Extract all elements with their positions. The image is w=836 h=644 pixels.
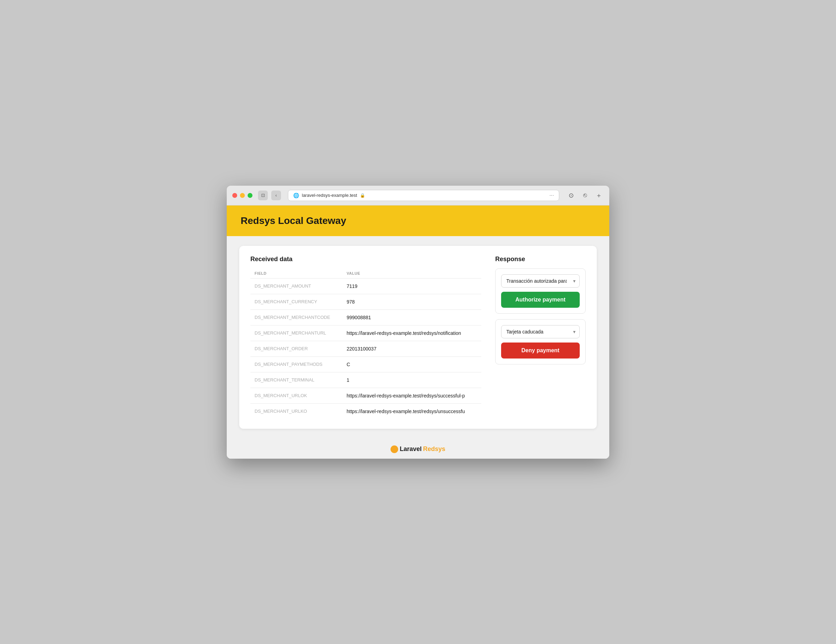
table-row: DS_MERCHANT_PAYMETHODS C <box>250 356 481 372</box>
authorize-box: Transacción autorizada paraTransacción d… <box>495 269 586 314</box>
table-row: DS_MERCHANT_TERMINAL 1 <box>250 372 481 388</box>
value-cell: 7119 <box>343 278 481 294</box>
page-header: Redsys Local Gateway <box>227 205 609 236</box>
more-button[interactable]: ··· <box>549 192 554 199</box>
back-button[interactable]: ‹ <box>271 191 281 200</box>
card-layout: Received data FIELD VALUE DS_MERCHANT_AM… <box>250 256 586 419</box>
authorize-select-wrapper: Transacción autorizada paraTransacción d… <box>501 274 580 288</box>
received-data-title: Received data <box>250 256 481 263</box>
new-tab-button[interactable]: ＋ <box>594 191 604 200</box>
address-bar[interactable]: 🌐 laravel-redsys-example.test 🔒 ··· <box>288 190 559 201</box>
table-row: DS_MERCHANT_MERCHANTURL https://laravel-… <box>250 325 481 341</box>
field-cell: DS_MERCHANT_CURRENCY <box>250 294 343 310</box>
field-cell: DS_MERCHANT_MERCHANTCODE <box>250 310 343 325</box>
laravel-circle-icon <box>390 445 398 453</box>
value-cell: 978 <box>343 294 481 310</box>
authorize-select[interactable]: Transacción autorizada paraTransacción d… <box>501 274 580 288</box>
deny-payment-button[interactable]: Deny payment <box>501 342 580 359</box>
globe-icon: 🌐 <box>293 192 299 198</box>
field-cell: DS_MERCHANT_AMOUNT <box>250 278 343 294</box>
field-cell: DS_MERCHANT_URLOK <box>250 388 343 403</box>
deny-box: Tarjeta caducadaFondos insuficientesTarj… <box>495 319 586 364</box>
field-cell: DS_MERCHANT_URLKO <box>250 403 343 419</box>
browser-actions: ⊙ ⎋ ＋ <box>566 191 604 200</box>
table-row: DS_MERCHANT_URLKO https://laravel-redsys… <box>250 403 481 419</box>
field-cell: DS_MERCHANT_TERMINAL <box>250 372 343 388</box>
close-button[interactable] <box>232 193 237 198</box>
table-row: DS_MERCHANT_URLOK https://laravel-redsys… <box>250 388 481 403</box>
table-row: DS_MERCHANT_ORDER 22013100037 <box>250 341 481 356</box>
field-column-header: FIELD <box>250 269 343 279</box>
minimize-button[interactable] <box>240 193 245 198</box>
page-footer: Laravel Redsys <box>227 440 609 459</box>
browser-window: ⊡ ‹ 🌐 laravel-redsys-example.test 🔒 ··· … <box>227 186 609 459</box>
field-cell: DS_MERCHANT_ORDER <box>250 341 343 356</box>
received-data-section: Received data FIELD VALUE DS_MERCHANT_AM… <box>250 256 481 419</box>
table-row: DS_MERCHANT_MERCHANTCODE 999008881 <box>250 310 481 325</box>
table-row: DS_MERCHANT_CURRENCY 978 <box>250 294 481 310</box>
deny-select-wrapper: Tarjeta caducadaFondos insuficientesTarj… <box>501 325 580 338</box>
value-cell: 1 <box>343 372 481 388</box>
lock-icon: 🔒 <box>360 193 365 198</box>
value-cell: 22013100037 <box>343 341 481 356</box>
value-cell: https://laravel-redsys-example.test/reds… <box>343 388 481 403</box>
field-cell: DS_MERCHANT_MERCHANTURL <box>250 325 343 341</box>
value-cell: C <box>343 356 481 372</box>
browser-controls: ⊡ ‹ <box>258 191 281 200</box>
share-button[interactable]: ⎋ <box>580 191 590 200</box>
response-section: Response Transacción autorizada paraTran… <box>495 256 586 419</box>
response-title: Response <box>495 256 586 263</box>
main-card: Received data FIELD VALUE DS_MERCHANT_AM… <box>239 246 597 429</box>
page-content: Received data FIELD VALUE DS_MERCHANT_AM… <box>227 236 609 440</box>
page-title: Redsys Local Gateway <box>241 215 595 227</box>
authorize-payment-button[interactable]: Authorize payment <box>501 292 580 308</box>
footer-logo: Laravel Redsys <box>390 445 445 453</box>
maximize-button[interactable] <box>248 193 253 198</box>
value-cell: 999008881 <box>343 310 481 325</box>
value-cell: https://laravel-redsys-example.test/reds… <box>343 325 481 341</box>
value-cell: https://laravel-redsys-example.test/reds… <box>343 403 481 419</box>
footer-laravel-text: Laravel <box>400 445 421 453</box>
table-row: DS_MERCHANT_AMOUNT 7119 <box>250 278 481 294</box>
footer-redsys-text: Redsys <box>423 445 446 453</box>
sidebar-toggle-button[interactable]: ⊡ <box>258 191 268 200</box>
deny-select[interactable]: Tarjeta caducadaFondos insuficientesTarj… <box>501 325 580 338</box>
extensions-button[interactable]: ⊙ <box>566 191 576 200</box>
value-column-header: VALUE <box>343 269 481 279</box>
traffic-lights <box>232 193 253 198</box>
field-cell: DS_MERCHANT_PAYMETHODS <box>250 356 343 372</box>
data-table: FIELD VALUE DS_MERCHANT_AMOUNT 7119 DS_M… <box>250 269 481 419</box>
url-text: laravel-redsys-example.test <box>302 192 357 198</box>
browser-titlebar: ⊡ ‹ 🌐 laravel-redsys-example.test 🔒 ··· … <box>227 186 609 205</box>
